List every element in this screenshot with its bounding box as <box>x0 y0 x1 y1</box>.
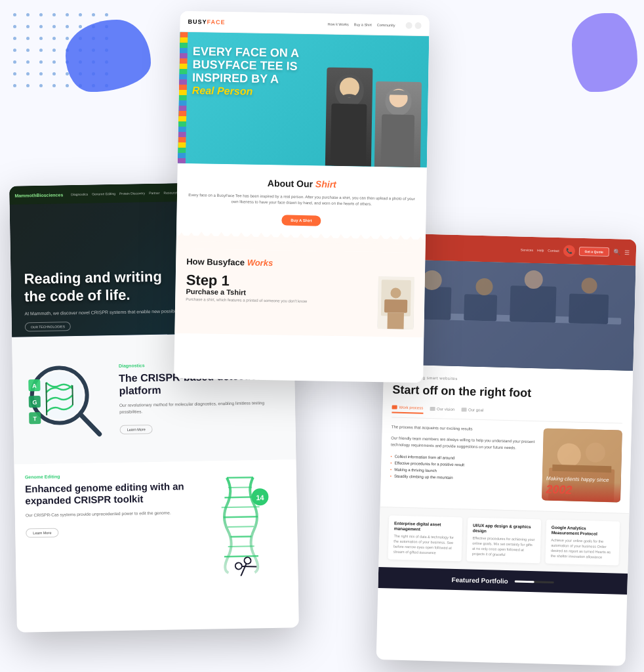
svg-line-12 <box>228 487 252 488</box>
mammoth-nav-genome[interactable]: Genome Editing <box>92 192 115 196</box>
dot-7 <box>105 13 108 16</box>
menu-icon[interactable]: ☰ <box>624 249 630 256</box>
biz-process-desc: Our friendly team members are always wil… <box>391 436 535 452</box>
biz-nav-services[interactable]: Services <box>521 247 533 252</box>
svg-line-14 <box>222 507 260 507</box>
biz-tab-vision[interactable]: Our vision <box>430 406 454 415</box>
svg-text:G: G <box>32 399 37 406</box>
svg-rect-37 <box>388 312 404 329</box>
busyface-step-content: Purchase a Tshirt Purchase a shirt, whic… <box>186 287 371 304</box>
svg-text:T: T <box>33 415 37 422</box>
busyface-works-accent: Works <box>247 258 273 268</box>
mammoth-genome-section: Genome Editing Enhanced genome editing w… <box>14 459 298 595</box>
scene: // Will be rendered via JS below Mammoth… <box>0 0 644 672</box>
dot-9 <box>26 25 30 28</box>
busyface-person-2: Oh! That's me... <box>374 81 422 167</box>
dot-34 <box>39 60 43 64</box>
svg-line-11 <box>227 477 253 478</box>
svg-line-2 <box>81 414 100 434</box>
search-icon[interactable]: 🔍 <box>613 249 620 255</box>
goal-icon <box>461 408 466 411</box>
busyface-about-title: About Our Shirt <box>188 177 416 191</box>
mammoth-section2-title: Enhanced genome editing with an expanded… <box>25 480 191 507</box>
svg-rect-35 <box>384 299 407 313</box>
dot-48 <box>13 84 16 87</box>
dot-25 <box>26 49 30 52</box>
dot-6 <box>92 13 95 16</box>
svg-rect-30 <box>381 114 414 167</box>
mammoth-nav-protein[interactable]: Protein Discovery <box>119 191 145 196</box>
svg-text:14: 14 <box>256 494 264 501</box>
biz-footer-card-2: UI/UX app design & graphics design Effec… <box>467 517 542 564</box>
dot-40 <box>13 72 16 75</box>
biz-tab-goal[interactable]: Our goal <box>461 407 483 415</box>
biz-footer-cards: Enterprise digital asset management The … <box>378 507 629 574</box>
mammoth-section2-desc: Our CRISPR-Cas systems provide unprecede… <box>26 509 191 518</box>
busyface-person-1: Yes! That's my photo <box>325 68 373 167</box>
biz-progress-fill <box>515 580 534 583</box>
busyface-step-desc: Purchase a shirt, which features a print… <box>186 297 371 304</box>
vision-icon <box>430 407 435 411</box>
dot-12 <box>66 25 69 28</box>
biz-footer-card-3: Google Analytics Measurement Protocol Ac… <box>545 519 620 566</box>
biz-footer-card-1-desc: The right mix of data & technology for t… <box>393 534 457 556</box>
mammoth-nav-partner[interactable]: Partner <box>149 191 160 195</box>
dot-20 <box>66 37 69 40</box>
busyface-how-title: How Busyface Works <box>186 257 414 270</box>
svg-line-18 <box>228 546 254 547</box>
svg-point-22 <box>234 562 243 571</box>
phone-icon[interactable]: 📞 <box>563 245 574 257</box>
busyface-card: BUSYFACE How it Works Buy a Shirt Commun… <box>174 11 430 383</box>
svg-point-1 <box>35 371 83 419</box>
dot-24 <box>13 49 16 52</box>
biz-list: Collect information from all around Effe… <box>390 453 535 484</box>
biz-text-column: The process that acquaints our exciting … <box>390 424 536 500</box>
busyface-how-section: How Busyface Works Step 1 Purchase a Tsh… <box>174 249 425 338</box>
biz-nav-help[interactable]: Help <box>537 248 544 252</box>
svg-rect-43 <box>569 293 609 324</box>
dot-52 <box>66 84 69 87</box>
busyface-nav-how[interactable]: How it Works <box>328 22 349 26</box>
dot-42 <box>39 72 43 75</box>
busyface-nav-links: How it Works Buy a Shirt Community <box>328 22 395 27</box>
busyface-step-1: Step 1 Purchase a Tshirt Purchase a shir… <box>186 273 414 329</box>
busyface-logo: BUSYFACE <box>188 18 226 25</box>
svg-line-13 <box>224 497 256 497</box>
svg-line-16 <box>228 526 254 527</box>
biz-footer-card-1-title: Enterprise digital asset management <box>394 520 457 533</box>
busyface-nav-buy[interactable]: Buy a Shirt <box>354 22 372 26</box>
mammoth-hero-cta[interactable]: OUR TECHNOLOGIES <box>25 322 71 331</box>
dot-5 <box>79 13 82 16</box>
dot-43 <box>52 72 56 75</box>
user-icon[interactable] <box>406 22 413 28</box>
dot-26 <box>39 49 43 52</box>
mammoth-learn-more-1[interactable]: Learn More <box>119 425 152 434</box>
biz-tabs: Work process Our vision Our goal <box>392 405 622 423</box>
mammoth-section1-desc: Our revolutionary method for molecular d… <box>119 400 285 415</box>
biz-cta-button[interactable]: Get a Quote <box>578 247 609 257</box>
biz-tab-work-process[interactable]: Work process <box>392 405 423 413</box>
busyface-nav-icons <box>406 22 422 28</box>
mammoth-learn-more-2[interactable]: Learn More <box>26 528 58 537</box>
dot-33 <box>26 60 30 64</box>
mammoth-nav-diagnostics[interactable]: Diagnostics <box>71 192 88 196</box>
dot-13 <box>79 25 82 28</box>
purple-blob-decoration <box>572 13 637 92</box>
dot-27 <box>52 49 56 52</box>
busyface-nav-community[interactable]: Community <box>377 22 395 26</box>
biz-nav-contact[interactable]: Contact <box>548 249 559 253</box>
cart-icon[interactable] <box>415 22 422 28</box>
svg-line-17 <box>230 536 251 537</box>
svg-point-23 <box>243 556 252 565</box>
biz-year: Making clients happy since 2002 <box>546 475 609 497</box>
svg-line-3 <box>46 383 47 415</box>
biz-footer-card-2-title: UI/UX app design & graphics design <box>473 522 536 535</box>
dot-0 <box>13 13 16 16</box>
biz-footer-card-2-desc: Effective procedures for achieving your … <box>472 536 536 558</box>
busyface-buy-button[interactable]: Buy A Shirt <box>281 215 321 226</box>
biz-featured-title: Featured Portfolio <box>452 576 508 585</box>
biz-footer-card-3-title: Google Analytics Measurement Protocol <box>552 524 614 537</box>
dot-41 <box>26 72 30 75</box>
dot-1 <box>26 13 30 16</box>
dot-2 <box>39 13 43 16</box>
